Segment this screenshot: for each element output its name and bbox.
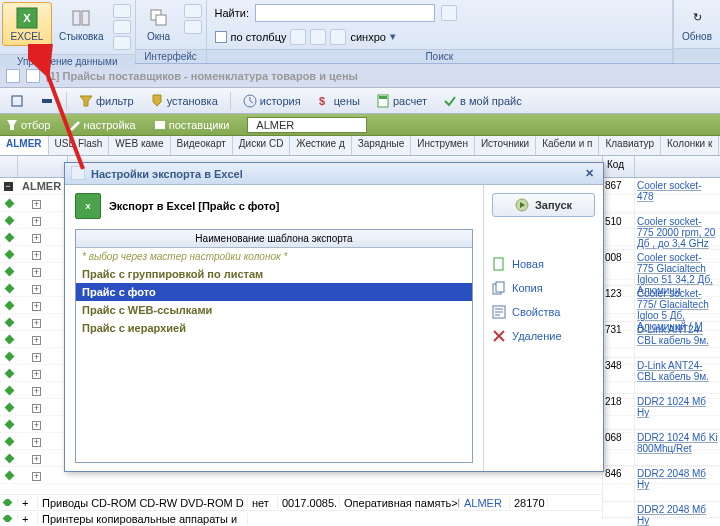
category-tabs: ALMERUSB FlashWEB камеВидеокартДиски CDЖ… [0,136,720,156]
excel-export-button[interactable]: X EXCEL [2,2,52,46]
svg-rect-12 [155,121,165,129]
refresh-icon: ↻ [686,7,708,29]
dialog-heading: X Экспорт в Excel [Прайс с фото] [75,193,473,219]
prices-button[interactable]: $цены [313,92,364,110]
sync-dropdown-icon[interactable]: ▾ [390,30,396,43]
list-item[interactable]: Прайс с группировкой по листам [76,265,472,283]
search-go-icon[interactable] [441,5,457,21]
install-button[interactable]: установка [146,92,222,110]
tab-инструмен[interactable]: Инструмен [411,136,475,155]
tab-клавиатур[interactable]: Клавиатур [599,136,661,155]
windows-label: Окна [147,31,170,42]
svg-rect-17 [496,282,504,292]
ribbon-group-data: X EXCEL Стыковка Управление данными [0,0,136,63]
table-row[interactable]: + Приводы CD-ROM CD-RW DVD-ROM D нет 001… [0,494,602,510]
tab-жесткие д[interactable]: Жесткие д [290,136,351,155]
dock-button[interactable]: Стыковка [54,2,109,46]
list-item[interactable]: Прайс с иерархией [76,319,472,337]
expand-button[interactable] [6,92,28,110]
search-label: Найти: [215,7,249,19]
myprice-button[interactable]: в мой прайс [439,92,526,110]
win-icon-2[interactable] [26,69,40,83]
dialog-title: Настройки экспорта в Excel [91,168,243,180]
opt-icon-1[interactable] [290,29,306,45]
table-row[interactable]: 068DDR2 1024 Мб Ki 800Mhц/Ret [602,430,720,466]
delete-template-button[interactable]: Удаление [492,329,595,343]
supplier-field[interactable]: ALMER [247,117,367,133]
small-btn-3[interactable] [113,36,131,50]
list-item[interactable]: Прайс с фото [76,283,472,301]
table-row[interactable]: 510Cooler socket-775 2000 rpm, 20 Дб , д… [602,214,720,250]
window-title: [1] Прайсы поставщиков - номенклатура то… [46,70,358,82]
run-button[interactable]: Запуск [492,193,595,217]
opt-icon-2[interactable] [310,29,326,45]
svg-rect-7 [42,99,52,103]
select-filter[interactable]: отбор [6,119,50,131]
svg-text:X: X [23,12,31,24]
tab-зарядные[interactable]: Зарядные [352,136,412,155]
svg-rect-6 [12,96,22,106]
list-hint: * выбор через мастер настройки колонок * [76,248,472,265]
small-btn-2[interactable] [113,20,131,34]
group-search-label: Поиск [207,49,672,63]
table-row[interactable]: 008Cooler socket-775 Glacialtech Igloo 5… [602,250,720,286]
copy-template-button[interactable]: Копия [492,281,595,295]
search-input[interactable] [255,4,435,22]
list-header: Наименование шаблона экспорта [76,230,472,248]
tab-usb flash[interactable]: USB Flash [49,136,110,155]
copy-icon [492,281,506,295]
suppliers-dropdown[interactable]: поставщики [154,119,230,131]
toolbar: фильтр установка история $цены расчет в … [0,88,720,114]
template-listbox[interactable]: Наименование шаблона экспорта * выбор че… [75,229,473,463]
new-template-button[interactable]: Новая [492,257,595,271]
table-row[interactable]: 846DDR2 2048 Мб Hy [602,466,720,502]
iface-btn-2[interactable] [184,20,202,34]
calc-button[interactable]: расчет [372,92,431,110]
table-row[interactable]: 348D-Link ANT24-CBL кабель 9м. [602,358,720,394]
iface-btn-1[interactable] [184,4,202,18]
svg-rect-3 [82,11,89,25]
tab-almer[interactable]: ALMER [0,136,49,155]
excel-icon: X [75,193,101,219]
svg-rect-15 [494,258,503,270]
windows-button[interactable]: Окна [138,2,180,46]
dock-icon [70,7,92,29]
small-buttons [111,2,133,52]
tab-колонки к[interactable]: Колонки к [661,136,719,155]
tab-источники[interactable]: Источники [475,136,536,155]
table-row[interactable]: 731D-Link ANT24-CBL кабель 9м. [602,322,720,358]
sync-label: синхро [350,31,385,43]
excel-label: EXCEL [11,31,44,42]
col-code-header: Код [602,156,634,177]
table-row[interactable]: 123Cooler socket-775/ Glacialtech Igloo … [602,286,720,322]
tab-видеокарт[interactable]: Видеокарт [171,136,233,155]
ribbon-group-interface: Окна Интерфейс [136,0,207,63]
dialog-title-bar[interactable]: Настройки экспорта в Excel ✕ [65,163,603,185]
svg-rect-11 [379,96,387,99]
group-interface-label: Интерфейс [136,49,206,63]
ribbon-group-search: Найти: по столбцу синхро ▾ Поиск [207,0,673,63]
by-column-checkbox[interactable] [215,31,227,43]
svg-text:$: $ [319,95,325,107]
group-data-label: Управление данными [0,54,135,68]
setup-filter[interactable]: настройка [68,119,135,131]
refresh-button[interactable]: ↻Обнов [676,2,718,46]
excel-export-dialog: Настройки экспорта в Excel ✕ X Экспорт в… [64,162,604,472]
tab-кабели и п[interactable]: Кабели и п [536,136,599,155]
tab-диски cd[interactable]: Диски CD [233,136,291,155]
props-template-button[interactable]: Свойства [492,305,595,319]
by-column-label: по столбцу [231,31,287,43]
close-icon[interactable]: ✕ [581,166,597,182]
win-icon-1[interactable] [6,69,20,83]
list-item[interactable]: Прайс с WEB-ссылками [76,301,472,319]
table-row[interactable]: 218DDR2 1024 Мб Hy [602,394,720,430]
small-btn-1[interactable] [113,4,131,18]
delete-icon [492,329,506,343]
filter-button[interactable]: фильтр [75,92,138,110]
table-row[interactable]: + Принтеры копировальные аппараты и [0,510,602,526]
table-row[interactable]: 867Cooler socket-478 [602,178,720,214]
sync-icon[interactable] [330,29,346,45]
history-button[interactable]: история [239,92,305,110]
collapse-button[interactable] [36,92,58,110]
tab-web каме[interactable]: WEB каме [109,136,170,155]
